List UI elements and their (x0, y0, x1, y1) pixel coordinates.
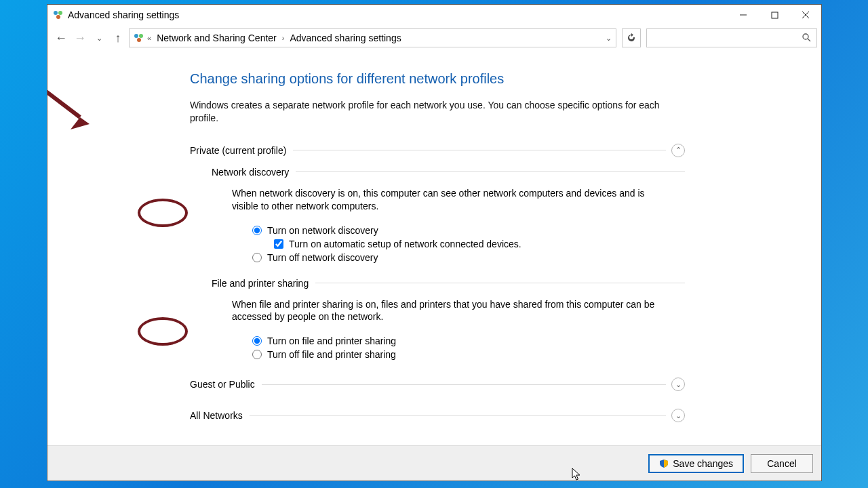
chevron-down-icon[interactable]: ⌄ (671, 409, 685, 422)
profile-label: Private (current profile) (190, 145, 286, 156)
refresh-button[interactable] (622, 28, 641, 47)
radio-input[interactable] (252, 253, 262, 262)
checkbox-input[interactable] (274, 239, 283, 249)
cancel-button[interactable]: Cancel (751, 454, 813, 473)
radio-fp-off[interactable]: Turn off file and printer sharing (252, 349, 685, 360)
annotation-arrow (47, 55, 107, 136)
radio-fp-on[interactable]: Turn on file and printer sharing (252, 336, 685, 346)
shield-icon (659, 459, 669, 468)
profile-label: Guest or Public (190, 379, 255, 390)
forward-button[interactable]: → (72, 30, 88, 46)
page-description: Windows creates a separate network profi… (190, 99, 666, 125)
save-button[interactable]: Save changes (648, 454, 744, 473)
section-heading-network-discovery: Network discovery (212, 167, 685, 178)
checkbox-auto-setup[interactable]: Turn on automatic setup of network conne… (274, 239, 685, 249)
maximize-button[interactable] (759, 5, 790, 25)
minimize-button[interactable] (728, 5, 759, 25)
annotation-circle (138, 199, 188, 227)
window-title: Advanced sharing settings (68, 9, 728, 20)
nav-toolbar: ← → ⌄ ↑ « Network and Sharing Center › A… (47, 25, 821, 51)
profile-header-guest[interactable]: Guest or Public ⌄ (190, 378, 685, 391)
chevron-right-icon: › (282, 34, 285, 42)
search-icon (802, 33, 811, 44)
breadcrumb-item[interactable]: Network and Sharing Center (154, 31, 279, 45)
svg-point-2 (56, 15, 60, 19)
back-button[interactable]: ← (53, 30, 69, 46)
breadcrumb-root-glyph: « (147, 34, 151, 42)
radio-input[interactable] (252, 336, 262, 346)
svg-point-0 (54, 11, 58, 15)
page-title: Change sharing options for different net… (190, 71, 685, 87)
section-description: When file and printer sharing is on, fil… (232, 298, 673, 324)
window-controls (728, 5, 821, 25)
svg-line-11 (808, 39, 810, 41)
up-button[interactable]: ↑ (110, 30, 126, 46)
radio-nd-off[interactable]: Turn off network discovery (252, 252, 685, 263)
chevron-down-icon[interactable]: ⌄ (671, 378, 685, 391)
svg-marker-13 (71, 117, 90, 129)
svg-point-8 (139, 34, 143, 38)
control-panel-icon (53, 9, 64, 20)
chevron-up-icon[interactable]: ⌃ (671, 144, 685, 157)
svg-line-12 (47, 58, 80, 117)
close-button[interactable] (790, 5, 821, 25)
profile-header-private[interactable]: Private (current profile) ⌃ (190, 144, 685, 157)
control-panel-icon (134, 33, 144, 43)
svg-rect-4 (772, 12, 778, 18)
radio-input[interactable] (252, 350, 262, 359)
search-input[interactable] (646, 28, 817, 47)
section-heading-fileprint: File and printer sharing (212, 278, 685, 289)
chevron-down-icon[interactable]: ⌄ (606, 34, 612, 43)
annotation-circle (138, 317, 188, 346)
svg-point-1 (58, 11, 62, 15)
radio-nd-on[interactable]: Turn on network discovery (252, 225, 685, 236)
breadcrumb-item[interactable]: Advanced sharing settings (287, 31, 403, 45)
svg-point-9 (137, 38, 141, 42)
svg-point-10 (803, 34, 808, 39)
address-bar[interactable]: « Network and Sharing Center › Advanced … (129, 28, 616, 47)
dialog-footer: Save changes Cancel (47, 445, 821, 481)
titlebar: Advanced sharing settings (47, 5, 821, 25)
content-area: Change sharing options for different net… (47, 51, 821, 445)
radio-input[interactable] (252, 226, 262, 235)
profile-header-all[interactable]: All Networks ⌄ (190, 409, 685, 422)
recent-dropdown[interactable]: ⌄ (91, 30, 107, 46)
section-description: When network discovery is on, this compu… (232, 187, 673, 213)
svg-point-7 (134, 34, 138, 38)
profile-label: All Networks (190, 410, 243, 421)
window-frame: Advanced sharing settings ← → ⌄ ↑ « Netw… (47, 4, 822, 481)
